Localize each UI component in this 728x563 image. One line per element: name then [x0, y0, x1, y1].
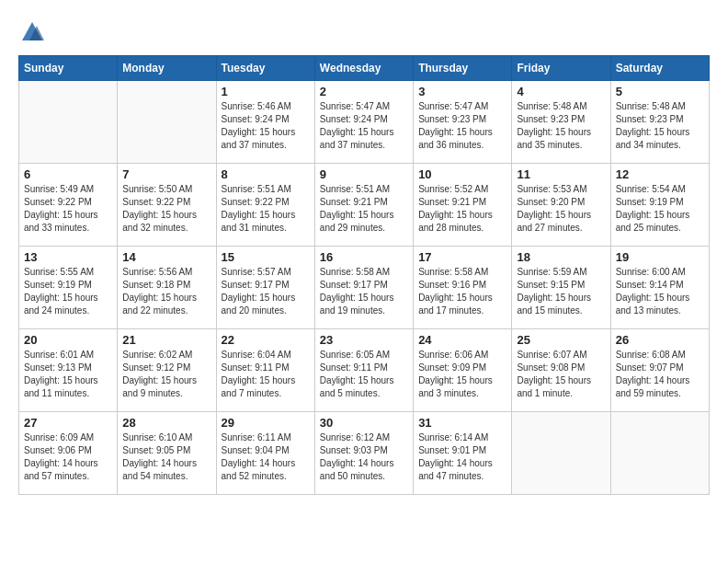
day-number: 4 [517, 85, 605, 98]
calendar-cell [610, 412, 709, 495]
day-number: 17 [418, 250, 506, 264]
day-info: Sunrise: 6:00 AM Sunset: 9:14 PM Dayligh… [616, 266, 704, 317]
calendar-cell: 20Sunrise: 6:01 AM Sunset: 9:13 PM Dayli… [19, 329, 118, 412]
day-info: Sunrise: 6:10 AM Sunset: 9:05 PM Dayligh… [122, 431, 210, 483]
calendar-cell: 24Sunrise: 6:06 AM Sunset: 9:09 PM Dayli… [414, 329, 512, 412]
calendar-weekday-friday: Friday [512, 56, 610, 81]
calendar-cell: 23Sunrise: 6:05 AM Sunset: 9:11 PM Dayli… [314, 329, 413, 412]
day-info: Sunrise: 6:09 AM Sunset: 9:06 PM Dayligh… [24, 431, 112, 483]
calendar-cell: 9Sunrise: 5:51 AM Sunset: 9:21 PM Daylig… [314, 164, 413, 247]
calendar-weekday-sunday: Sunday [19, 56, 118, 81]
calendar-cell [118, 81, 216, 164]
day-info: Sunrise: 6:08 AM Sunset: 9:07 PM Dayligh… [616, 349, 704, 400]
logo [18, 18, 50, 46]
calendar-week-row: 1Sunrise: 5:46 AM Sunset: 9:24 PM Daylig… [19, 81, 710, 164]
day-info: Sunrise: 6:02 AM Sunset: 9:12 PM Dayligh… [122, 349, 210, 400]
day-number: 12 [616, 167, 704, 181]
day-number: 1 [222, 85, 310, 98]
calendar-cell: 28Sunrise: 6:10 AM Sunset: 9:05 PM Dayli… [118, 412, 216, 495]
calendar-cell: 5Sunrise: 5:48 AM Sunset: 9:23 PM Daylig… [610, 81, 709, 164]
day-number: 16 [320, 250, 408, 264]
calendar-cell: 31Sunrise: 6:14 AM Sunset: 9:01 PM Dayli… [414, 412, 512, 495]
day-number: 27 [24, 416, 112, 430]
day-info: Sunrise: 6:05 AM Sunset: 9:11 PM Dayligh… [320, 349, 408, 400]
calendar-cell: 15Sunrise: 5:57 AM Sunset: 9:17 PM Dayli… [216, 247, 314, 329]
calendar-weekday-monday: Monday [118, 56, 216, 81]
day-info: Sunrise: 6:01 AM Sunset: 9:13 PM Dayligh… [24, 349, 112, 400]
day-info: Sunrise: 5:58 AM Sunset: 9:16 PM Dayligh… [418, 266, 506, 317]
day-number: 24 [418, 333, 506, 347]
calendar-cell [19, 81, 118, 164]
day-number: 2 [320, 85, 408, 98]
day-info: Sunrise: 5:51 AM Sunset: 9:22 PM Dayligh… [222, 183, 310, 235]
day-number: 31 [418, 416, 506, 430]
day-number: 9 [320, 167, 408, 181]
day-number: 21 [122, 333, 210, 347]
day-info: Sunrise: 5:57 AM Sunset: 9:17 PM Dayligh… [222, 266, 310, 317]
calendar-week-row: 13Sunrise: 5:55 AM Sunset: 9:19 PM Dayli… [19, 247, 710, 329]
calendar-cell: 29Sunrise: 6:11 AM Sunset: 9:04 PM Dayli… [216, 412, 314, 495]
calendar-cell: 10Sunrise: 5:52 AM Sunset: 9:21 PM Dayli… [414, 164, 512, 247]
calendar-week-row: 6Sunrise: 5:49 AM Sunset: 9:22 PM Daylig… [19, 164, 710, 247]
calendar-cell: 3Sunrise: 5:47 AM Sunset: 9:23 PM Daylig… [414, 81, 512, 164]
calendar-cell: 16Sunrise: 5:58 AM Sunset: 9:17 PM Dayli… [314, 247, 413, 329]
calendar-cell: 26Sunrise: 6:08 AM Sunset: 9:07 PM Dayli… [610, 329, 709, 412]
calendar-cell: 7Sunrise: 5:50 AM Sunset: 9:22 PM Daylig… [118, 164, 216, 247]
day-info: Sunrise: 5:55 AM Sunset: 9:19 PM Dayligh… [24, 266, 112, 317]
logo-icon [18, 18, 46, 46]
day-number: 20 [24, 333, 112, 347]
day-number: 7 [122, 167, 210, 181]
calendar-cell: 1Sunrise: 5:46 AM Sunset: 9:24 PM Daylig… [216, 81, 314, 164]
calendar-table: SundayMondayTuesdayWednesdayThursdayFrid… [18, 55, 710, 495]
calendar-cell: 30Sunrise: 6:12 AM Sunset: 9:03 PM Dayli… [314, 412, 413, 495]
day-info: Sunrise: 5:48 AM Sunset: 9:23 PM Dayligh… [517, 100, 605, 152]
calendar-weekday-thursday: Thursday [414, 56, 512, 81]
calendar-header-row: SundayMondayTuesdayWednesdayThursdayFrid… [19, 56, 710, 81]
calendar-week-row: 27Sunrise: 6:09 AM Sunset: 9:06 PM Dayli… [19, 412, 710, 495]
calendar-cell: 19Sunrise: 6:00 AM Sunset: 9:14 PM Dayli… [610, 247, 709, 329]
calendar-cell: 21Sunrise: 6:02 AM Sunset: 9:12 PM Dayli… [118, 329, 216, 412]
day-info: Sunrise: 6:07 AM Sunset: 9:08 PM Dayligh… [517, 349, 605, 400]
day-info: Sunrise: 5:47 AM Sunset: 9:23 PM Dayligh… [418, 100, 506, 152]
day-number: 6 [24, 167, 112, 181]
calendar-cell: 13Sunrise: 5:55 AM Sunset: 9:19 PM Dayli… [19, 247, 118, 329]
day-number: 18 [517, 250, 605, 264]
day-info: Sunrise: 5:48 AM Sunset: 9:23 PM Dayligh… [616, 100, 704, 152]
calendar-week-row: 20Sunrise: 6:01 AM Sunset: 9:13 PM Dayli… [19, 329, 710, 412]
calendar-cell: 12Sunrise: 5:54 AM Sunset: 9:19 PM Dayli… [610, 164, 709, 247]
day-number: 29 [222, 416, 310, 430]
day-info: Sunrise: 5:54 AM Sunset: 9:19 PM Dayligh… [616, 183, 704, 235]
calendar-cell: 11Sunrise: 5:53 AM Sunset: 9:20 PM Dayli… [512, 164, 610, 247]
day-number: 5 [616, 85, 704, 98]
calendar-cell: 22Sunrise: 6:04 AM Sunset: 9:11 PM Dayli… [216, 329, 314, 412]
day-info: Sunrise: 5:51 AM Sunset: 9:21 PM Dayligh… [320, 183, 408, 235]
calendar-cell: 4Sunrise: 5:48 AM Sunset: 9:23 PM Daylig… [512, 81, 610, 164]
day-number: 13 [24, 250, 112, 264]
day-number: 10 [418, 167, 506, 181]
day-info: Sunrise: 6:14 AM Sunset: 9:01 PM Dayligh… [418, 431, 506, 483]
calendar-cell: 8Sunrise: 5:51 AM Sunset: 9:22 PM Daylig… [216, 164, 314, 247]
day-info: Sunrise: 5:46 AM Sunset: 9:24 PM Dayligh… [222, 100, 310, 152]
calendar-cell: 18Sunrise: 5:59 AM Sunset: 9:15 PM Dayli… [512, 247, 610, 329]
calendar-cell [512, 412, 610, 495]
day-number: 30 [320, 416, 408, 430]
day-number: 23 [320, 333, 408, 347]
calendar-cell: 17Sunrise: 5:58 AM Sunset: 9:16 PM Dayli… [414, 247, 512, 329]
day-number: 15 [222, 250, 310, 264]
day-info: Sunrise: 5:59 AM Sunset: 9:15 PM Dayligh… [517, 266, 605, 317]
day-number: 14 [122, 250, 210, 264]
day-info: Sunrise: 6:12 AM Sunset: 9:03 PM Dayligh… [320, 431, 408, 483]
calendar-cell: 14Sunrise: 5:56 AM Sunset: 9:18 PM Dayli… [118, 247, 216, 329]
day-info: Sunrise: 5:56 AM Sunset: 9:18 PM Dayligh… [122, 266, 210, 317]
calendar-weekday-saturday: Saturday [610, 56, 709, 81]
calendar-cell: 2Sunrise: 5:47 AM Sunset: 9:24 PM Daylig… [314, 81, 413, 164]
day-number: 26 [616, 333, 704, 347]
day-info: Sunrise: 5:53 AM Sunset: 9:20 PM Dayligh… [517, 183, 605, 235]
day-info: Sunrise: 6:06 AM Sunset: 9:09 PM Dayligh… [418, 349, 506, 400]
calendar-weekday-tuesday: Tuesday [216, 56, 314, 81]
day-number: 25 [517, 333, 605, 347]
day-info: Sunrise: 5:49 AM Sunset: 9:22 PM Dayligh… [24, 183, 112, 235]
calendar-weekday-wednesday: Wednesday [314, 56, 413, 81]
day-number: 8 [222, 167, 310, 181]
day-number: 3 [418, 85, 506, 98]
